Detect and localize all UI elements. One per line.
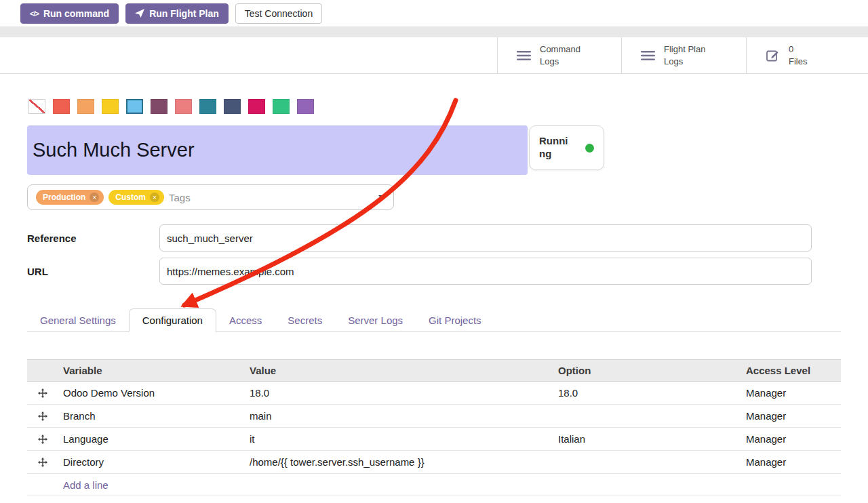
files-label: 0 Files bbox=[789, 43, 807, 67]
cell-variable[interactable]: Odoo Demo Version bbox=[58, 387, 244, 399]
cell-option[interactable]: 18.0 bbox=[553, 387, 741, 399]
tab-access[interactable]: Access bbox=[216, 309, 275, 331]
color-swatch-medium-blue[interactable] bbox=[199, 99, 216, 114]
color-swatch-red[interactable] bbox=[53, 99, 70, 114]
cell-variable[interactable]: Language bbox=[58, 433, 244, 445]
status-indicator[interactable]: Running bbox=[529, 125, 604, 170]
drag-handle-icon[interactable] bbox=[27, 458, 58, 467]
remove-tag-icon[interactable]: × bbox=[150, 193, 159, 202]
flight-plan-logs-label: Flight Plan Logs bbox=[664, 43, 705, 67]
test-connection-label: Test Connection bbox=[245, 8, 313, 19]
color-swatch-green[interactable] bbox=[273, 99, 290, 114]
color-palette bbox=[28, 99, 321, 114]
cell-value[interactable]: 18.0 bbox=[244, 387, 553, 399]
notebook-tabs: General Settings Configuration Access Se… bbox=[27, 308, 841, 332]
table-row[interactable]: Odoo Demo Version 18.0 18.0 Manager bbox=[27, 382, 841, 405]
url-input[interactable] bbox=[159, 258, 812, 285]
reference-label: Reference bbox=[27, 224, 77, 252]
server-form-page: </> Run command Run Flight Plan Test Con… bbox=[0, 0, 868, 503]
column-header-option[interactable]: Option bbox=[553, 365, 741, 376]
edit-icon bbox=[766, 48, 780, 62]
tag-label: Custom bbox=[115, 193, 146, 202]
column-header-variable[interactable]: Variable bbox=[58, 365, 244, 376]
paper-plane-icon bbox=[135, 9, 144, 18]
column-header-access-level[interactable]: Access Level bbox=[741, 365, 841, 376]
color-swatch-dark-purple[interactable] bbox=[151, 99, 167, 114]
table-row[interactable]: Directory /home/{{ tower.server.ssh_user… bbox=[27, 451, 841, 474]
tab-git-projects[interactable]: Git Projects bbox=[416, 309, 494, 331]
color-swatch-orange[interactable] bbox=[77, 99, 94, 114]
command-logs-button[interactable]: Command Logs bbox=[497, 37, 621, 73]
drag-handle-icon[interactable] bbox=[27, 388, 58, 398]
run-flight-plan-button[interactable]: Run Flight Plan bbox=[125, 3, 229, 24]
tab-secrets[interactable]: Secrets bbox=[275, 309, 335, 331]
add-a-line-link[interactable]: Add a line bbox=[58, 479, 244, 491]
status-label: Running bbox=[539, 135, 572, 161]
list-icon bbox=[641, 50, 655, 61]
run-command-button[interactable]: </> Run command bbox=[20, 3, 119, 24]
cell-value[interactable]: main bbox=[244, 410, 553, 422]
cell-variable[interactable]: Directory bbox=[58, 456, 244, 468]
cell-value[interactable]: /home/{{ tower.server.ssh_username }} bbox=[244, 456, 553, 468]
command-logs-label: Command Logs bbox=[540, 43, 580, 67]
run-command-label: Run command bbox=[43, 8, 109, 19]
drag-handle-icon[interactable] bbox=[27, 435, 58, 444]
server-name-input[interactable] bbox=[27, 125, 528, 175]
color-swatch-purple[interactable] bbox=[297, 99, 314, 114]
list-icon bbox=[517, 50, 531, 61]
cell-access-level[interactable]: Manager bbox=[741, 387, 841, 399]
cell-variable[interactable]: Branch bbox=[58, 410, 244, 422]
color-swatch-fuchsia[interactable] bbox=[248, 99, 265, 114]
flight-plan-logs-button[interactable]: Flight Plan Logs bbox=[621, 37, 746, 73]
color-swatch-none[interactable] bbox=[28, 99, 45, 114]
tag-label: Production bbox=[43, 193, 85, 202]
column-header-value[interactable]: Value bbox=[244, 365, 553, 376]
form-header: Command Logs Flight Plan Logs 0 Files bbox=[0, 37, 868, 74]
cell-option[interactable]: Italian bbox=[553, 433, 741, 445]
tag-production[interactable]: Production × bbox=[36, 190, 104, 205]
color-swatch-dark-blue[interactable] bbox=[224, 99, 241, 114]
table-header-row: Variable Value Option Access Level bbox=[27, 359, 841, 382]
files-button[interactable]: 0 Files bbox=[746, 37, 868, 73]
tags-placeholder: Tags bbox=[169, 192, 191, 203]
cell-access-level[interactable]: Manager bbox=[741, 433, 841, 445]
color-swatch-yellow[interactable] bbox=[102, 99, 119, 114]
url-label: URL bbox=[27, 258, 48, 285]
cell-access-level[interactable]: Manager bbox=[741, 410, 841, 422]
top-toolbar: </> Run command Run Flight Plan Test Con… bbox=[0, 0, 868, 26]
tab-server-logs[interactable]: Server Logs bbox=[335, 309, 416, 331]
remove-tag-icon[interactable]: × bbox=[90, 193, 99, 202]
color-swatch-light-blue-selected[interactable] bbox=[126, 99, 143, 114]
tab-general-settings[interactable]: General Settings bbox=[27, 309, 129, 331]
add-line-row: Add a line bbox=[27, 474, 841, 496]
configuration-table: Variable Value Option Access Level Odoo … bbox=[27, 359, 841, 496]
code-icon: </> bbox=[30, 9, 39, 18]
run-flight-plan-label: Run Flight Plan bbox=[149, 8, 219, 19]
drag-handle-icon[interactable] bbox=[27, 411, 58, 421]
separator-band bbox=[0, 26, 868, 37]
table-row[interactable]: Language it Italian Manager bbox=[27, 428, 841, 451]
status-dot-green bbox=[585, 144, 594, 153]
tab-configuration[interactable]: Configuration bbox=[129, 308, 216, 332]
reference-input[interactable] bbox=[159, 224, 812, 252]
tag-custom[interactable]: Custom × bbox=[108, 190, 164, 205]
color-swatch-salmon[interactable] bbox=[175, 99, 192, 114]
table-row[interactable]: Branch main Manager bbox=[27, 405, 841, 428]
tags-field[interactable]: Production × Custom × Tags bbox=[27, 184, 394, 210]
test-connection-button[interactable]: Test Connection bbox=[235, 3, 322, 24]
cell-access-level[interactable]: Manager bbox=[741, 456, 841, 468]
cell-value[interactable]: it bbox=[244, 433, 553, 445]
dropdown-caret-icon[interactable] bbox=[378, 195, 385, 199]
